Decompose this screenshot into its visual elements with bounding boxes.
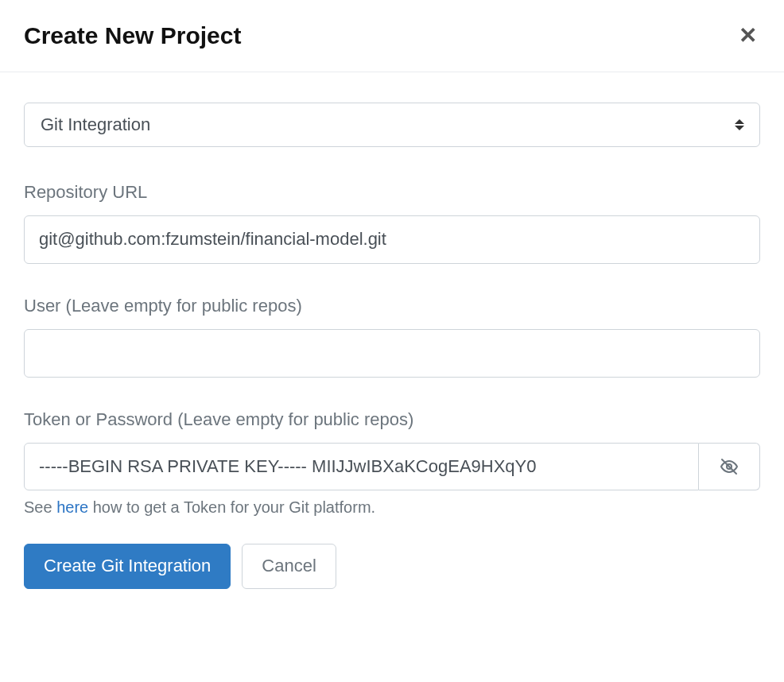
- modal-title: Create New Project: [24, 22, 241, 49]
- modal-body: Git Integration Repository URL User (Lea…: [0, 72, 784, 613]
- close-button[interactable]: ✕: [735, 25, 760, 47]
- token-help-link[interactable]: here: [56, 498, 88, 516]
- integration-type-select-wrapper: Git Integration: [24, 103, 760, 147]
- help-prefix: See: [24, 498, 56, 516]
- token-label: Token or Password (Leave empty for publi…: [24, 409, 760, 430]
- token-group: Token or Password (Leave empty for publi…: [24, 409, 760, 517]
- button-row: Create Git Integration Cancel: [24, 544, 760, 588]
- user-label: User (Leave empty for public repos): [24, 296, 760, 316]
- token-help-text: See here how to get a Token for your Git…: [24, 498, 760, 517]
- create-git-integration-button[interactable]: Create Git Integration: [24, 544, 231, 588]
- user-input[interactable]: [24, 329, 760, 378]
- user-group: User (Leave empty for public repos): [24, 296, 760, 378]
- integration-type-select[interactable]: Git Integration: [24, 103, 760, 147]
- repo-url-label: Repository URL: [24, 182, 760, 203]
- modal-header: Create New Project ✕: [0, 0, 784, 72]
- token-input-group: [24, 443, 760, 491]
- token-input[interactable]: [24, 443, 699, 491]
- cancel-button[interactable]: Cancel: [242, 544, 336, 588]
- toggle-password-visibility-button[interactable]: [699, 443, 760, 491]
- repo-url-input[interactable]: [24, 215, 760, 264]
- help-suffix: how to get a Token for your Git platform…: [88, 498, 375, 516]
- close-icon: ✕: [739, 23, 757, 48]
- eye-slash-icon: [720, 457, 739, 476]
- repo-url-group: Repository URL: [24, 182, 760, 264]
